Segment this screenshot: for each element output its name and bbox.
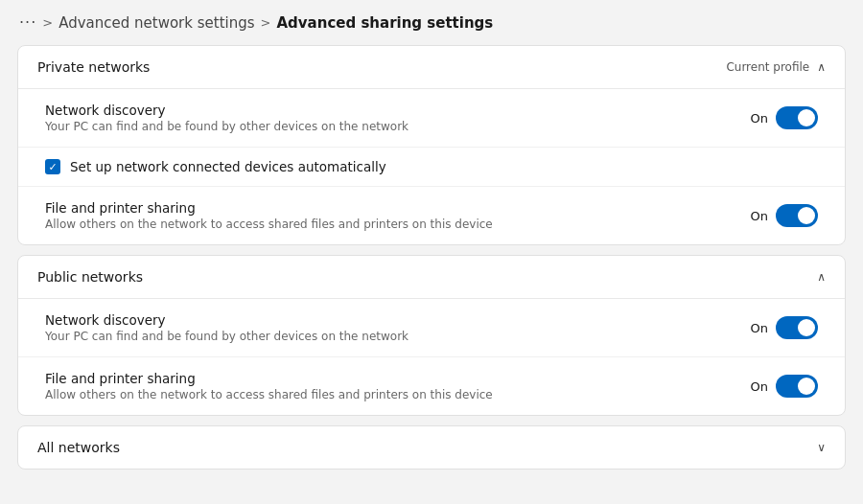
section-title-all-networks: All networks	[37, 440, 120, 455]
setting-desc: Allow others on the network to access sh…	[45, 218, 493, 231]
breadcrumb-link[interactable]: Advanced network settings	[58, 14, 254, 32]
setting-label: File and printer sharing	[45, 200, 493, 216]
checkbox-input[interactable]: ✓	[45, 159, 60, 174]
setting-control: On	[751, 375, 818, 398]
toggle-state-label: On	[751, 209, 768, 223]
setting-info: File and printer sharingAllow others on …	[45, 200, 493, 231]
toggle-state-label: On	[751, 321, 768, 335]
toggle-switch[interactable]	[776, 316, 818, 339]
section-private-networks: Private networksCurrent profile∧Network …	[17, 45, 846, 245]
setting-desc: Your PC can find and be found by other d…	[45, 120, 408, 133]
section-chevron-public-networks: ∧	[817, 270, 826, 284]
toggle-state-label: On	[751, 111, 768, 126]
setting-row: File and printer sharingAllow others on …	[18, 187, 845, 244]
breadcrumb-chevron-2: >	[261, 15, 271, 30]
section-header-public-networks[interactable]: Public networks∧	[18, 256, 845, 298]
section-public-networks: Public networks∧Network discoveryYour PC…	[17, 255, 846, 416]
toggle-switch[interactable]	[776, 106, 818, 129]
setting-desc: Your PC can find and be found by other d…	[45, 330, 408, 343]
setting-info: File and printer sharingAllow others on …	[45, 371, 493, 401]
section-chevron-private-networks: ∧	[817, 60, 826, 74]
setting-row: Network discoveryYour PC can find and be…	[18, 89, 845, 148]
setting-label: Network discovery	[45, 103, 408, 118]
setting-control: On	[751, 316, 818, 339]
toggle-switch[interactable]	[776, 375, 818, 398]
section-header-private-networks[interactable]: Private networksCurrent profile∧	[18, 46, 845, 88]
content-area: Private networksCurrent profile∧Network …	[0, 45, 863, 487]
checkbox-label: Set up network connected devices automat…	[70, 159, 386, 174]
checkbox-check-icon: ✓	[48, 162, 57, 172]
checkbox-row: ✓Set up network connected devices automa…	[18, 148, 845, 187]
section-title-private-networks: Private networks	[37, 59, 150, 75]
setting-control: On	[751, 106, 818, 129]
setting-control: On	[751, 204, 818, 227]
section-header-all-networks[interactable]: All networks∨	[18, 426, 845, 469]
section-title-public-networks: Public networks	[37, 269, 143, 285]
section-header-right-public-networks: ∧	[817, 270, 826, 284]
section-all-networks: All networks∨	[17, 425, 846, 470]
breadcrumb-dots[interactable]: ···	[19, 13, 36, 32]
setting-row: Network discoveryYour PC can find and be…	[18, 299, 845, 357]
toggle-state-label: On	[751, 379, 768, 394]
section-header-right-all-networks: ∨	[817, 441, 826, 454]
header: ··· > Advanced network settings > Advanc…	[0, 0, 863, 45]
setting-info: Network discoveryYour PC can find and be…	[45, 312, 408, 343]
toggle-switch[interactable]	[776, 204, 818, 227]
setting-desc: Allow others on the network to access sh…	[45, 388, 493, 401]
section-chevron-all-networks: ∨	[817, 441, 826, 454]
section-header-right-private-networks: Current profile∧	[726, 60, 826, 74]
page-title: Advanced sharing settings	[276, 14, 493, 32]
breadcrumb-chevron-1: >	[42, 15, 53, 30]
current-profile-badge: Current profile	[726, 60, 809, 74]
setting-label: Network discovery	[45, 312, 408, 328]
setting-label: File and printer sharing	[45, 371, 493, 386]
setting-info: Network discoveryYour PC can find and be…	[45, 103, 408, 133]
setting-row: File and printer sharingAllow others on …	[18, 357, 845, 415]
